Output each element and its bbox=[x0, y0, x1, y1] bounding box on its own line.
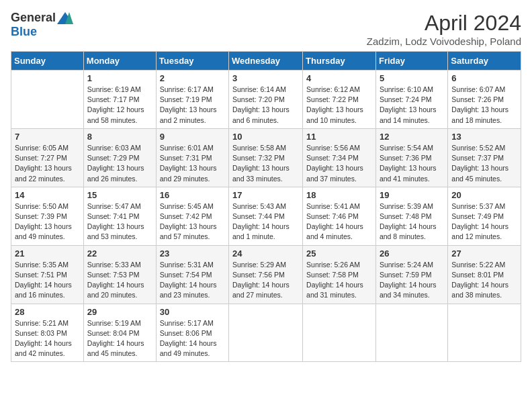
cell-content: Sunrise: 5:21 AM Sunset: 8:03 PM Dayligh… bbox=[15, 318, 80, 359]
cell-content: Sunrise: 6:01 AM Sunset: 7:31 PM Dayligh… bbox=[160, 143, 225, 184]
calendar-cell: 2Sunrise: 6:17 AM Sunset: 7:19 PM Daylig… bbox=[156, 71, 228, 129]
calendar-cell: 10Sunrise: 5:58 AM Sunset: 7:32 PM Dayli… bbox=[229, 128, 303, 187]
calendar-cell: 11Sunrise: 5:56 AM Sunset: 7:34 PM Dayli… bbox=[303, 128, 376, 187]
day-number: 4 bbox=[306, 73, 372, 83]
cell-content: Sunrise: 5:54 AM Sunset: 7:36 PM Dayligh… bbox=[380, 143, 444, 184]
day-number: 27 bbox=[451, 248, 517, 259]
day-number: 24 bbox=[232, 248, 299, 259]
day-number: 20 bbox=[451, 190, 517, 200]
cell-content: Sunrise: 5:37 AM Sunset: 7:49 PM Dayligh… bbox=[451, 201, 517, 242]
week-row-3: 14Sunrise: 5:50 AM Sunset: 7:39 PM Dayli… bbox=[11, 187, 521, 245]
cell-content: Sunrise: 5:43 AM Sunset: 7:44 PM Dayligh… bbox=[232, 201, 299, 242]
weekday-header-wednesday: Wednesday bbox=[229, 52, 303, 71]
day-number: 1 bbox=[87, 73, 152, 83]
week-row-2: 7Sunrise: 6:05 AM Sunset: 7:27 PM Daylig… bbox=[11, 128, 521, 187]
calendar-cell: 17Sunrise: 5:43 AM Sunset: 7:44 PM Dayli… bbox=[229, 187, 303, 245]
day-number: 6 bbox=[451, 73, 517, 83]
cell-content: Sunrise: 5:50 AM Sunset: 7:39 PM Dayligh… bbox=[15, 201, 80, 242]
cell-content: Sunrise: 6:12 AM Sunset: 7:22 PM Dayligh… bbox=[306, 85, 372, 126]
day-number: 28 bbox=[15, 307, 80, 317]
calendar-cell: 21Sunrise: 5:35 AM Sunset: 7:51 PM Dayli… bbox=[11, 245, 84, 304]
day-number: 8 bbox=[87, 132, 152, 142]
weekday-header-sunday: Sunday bbox=[11, 52, 84, 71]
calendar-cell: 24Sunrise: 5:29 AM Sunset: 7:56 PM Dayli… bbox=[229, 245, 303, 304]
calendar-cell: 6Sunrise: 6:07 AM Sunset: 7:26 PM Daylig… bbox=[448, 71, 521, 129]
calendar-cell: 14Sunrise: 5:50 AM Sunset: 7:39 PM Dayli… bbox=[11, 187, 84, 245]
calendar-cell: 13Sunrise: 5:52 AM Sunset: 7:37 PM Dayli… bbox=[448, 128, 521, 187]
calendar-cell: 15Sunrise: 5:47 AM Sunset: 7:41 PM Dayli… bbox=[83, 187, 156, 245]
weekday-header-row: SundayMondayTuesdayWednesdayThursdayFrid… bbox=[11, 52, 521, 71]
header: General Blue April 2024 Zadzim, Lodz Voi… bbox=[11, 11, 521, 47]
cell-content: Sunrise: 6:14 AM Sunset: 7:20 PM Dayligh… bbox=[232, 85, 299, 126]
logo-general: General bbox=[11, 11, 56, 25]
cell-content: Sunrise: 5:45 AM Sunset: 7:42 PM Dayligh… bbox=[160, 201, 225, 242]
calendar-cell bbox=[11, 71, 84, 129]
day-number: 5 bbox=[380, 73, 444, 83]
weekday-header-tuesday: Tuesday bbox=[156, 52, 228, 71]
calendar-cell: 3Sunrise: 6:14 AM Sunset: 7:20 PM Daylig… bbox=[229, 71, 303, 129]
calendar-cell: 25Sunrise: 5:26 AM Sunset: 7:58 PM Dayli… bbox=[303, 245, 376, 304]
day-number: 14 bbox=[15, 190, 80, 200]
day-number: 23 bbox=[160, 248, 225, 259]
calendar-body: 1Sunrise: 6:19 AM Sunset: 7:17 PM Daylig… bbox=[11, 71, 521, 362]
cell-content: Sunrise: 5:19 AM Sunset: 8:04 PM Dayligh… bbox=[87, 318, 152, 359]
day-number: 3 bbox=[232, 73, 299, 83]
weekday-header-friday: Friday bbox=[375, 52, 447, 71]
calendar-cell bbox=[448, 304, 521, 362]
title-area: April 2024 Zadzim, Lodz Voivodeship, Pol… bbox=[367, 11, 521, 47]
cell-content: Sunrise: 5:22 AM Sunset: 8:01 PM Dayligh… bbox=[451, 260, 517, 301]
calendar-cell: 5Sunrise: 6:10 AM Sunset: 7:24 PM Daylig… bbox=[375, 71, 447, 129]
calendar-cell: 9Sunrise: 6:01 AM Sunset: 7:31 PM Daylig… bbox=[156, 128, 228, 187]
cell-content: Sunrise: 5:56 AM Sunset: 7:34 PM Dayligh… bbox=[306, 143, 372, 184]
logo-blue: Blue bbox=[11, 25, 37, 39]
day-number: 16 bbox=[160, 190, 225, 200]
day-number: 13 bbox=[451, 132, 517, 142]
day-number: 7 bbox=[15, 132, 80, 142]
cell-content: Sunrise: 6:10 AM Sunset: 7:24 PM Dayligh… bbox=[380, 85, 444, 126]
day-number: 9 bbox=[160, 132, 225, 142]
day-number: 2 bbox=[160, 73, 225, 83]
calendar-cell: 22Sunrise: 5:33 AM Sunset: 7:53 PM Dayli… bbox=[83, 245, 156, 304]
weekday-header-saturday: Saturday bbox=[448, 52, 521, 71]
calendar-cell: 8Sunrise: 6:03 AM Sunset: 7:29 PM Daylig… bbox=[83, 128, 156, 187]
cell-content: Sunrise: 5:58 AM Sunset: 7:32 PM Dayligh… bbox=[232, 143, 299, 184]
cell-content: Sunrise: 5:31 AM Sunset: 7:54 PM Dayligh… bbox=[160, 260, 225, 301]
calendar-table: SundayMondayTuesdayWednesdayThursdayFrid… bbox=[11, 51, 521, 362]
cell-content: Sunrise: 6:07 AM Sunset: 7:26 PM Dayligh… bbox=[451, 85, 517, 126]
day-number: 26 bbox=[380, 248, 444, 259]
calendar-cell: 29Sunrise: 5:19 AM Sunset: 8:04 PM Dayli… bbox=[83, 304, 156, 362]
calendar-cell: 27Sunrise: 5:22 AM Sunset: 8:01 PM Dayli… bbox=[448, 245, 521, 304]
calendar-cell bbox=[229, 304, 303, 362]
cell-content: Sunrise: 5:52 AM Sunset: 7:37 PM Dayligh… bbox=[451, 143, 517, 184]
calendar-cell: 7Sunrise: 6:05 AM Sunset: 7:27 PM Daylig… bbox=[11, 128, 84, 187]
logo: General Blue bbox=[11, 11, 73, 39]
calendar-cell: 20Sunrise: 5:37 AM Sunset: 7:49 PM Dayli… bbox=[448, 187, 521, 245]
calendar-cell: 4Sunrise: 6:12 AM Sunset: 7:22 PM Daylig… bbox=[303, 71, 376, 129]
day-number: 18 bbox=[306, 190, 372, 200]
day-number: 22 bbox=[87, 248, 152, 259]
cell-content: Sunrise: 5:29 AM Sunset: 7:56 PM Dayligh… bbox=[232, 260, 299, 301]
weekday-header-monday: Monday bbox=[83, 52, 156, 71]
calendar-cell: 12Sunrise: 5:54 AM Sunset: 7:36 PM Dayli… bbox=[375, 128, 447, 187]
day-number: 21 bbox=[15, 248, 80, 259]
cell-content: Sunrise: 5:35 AM Sunset: 7:51 PM Dayligh… bbox=[15, 260, 80, 301]
week-row-1: 1Sunrise: 6:19 AM Sunset: 7:17 PM Daylig… bbox=[11, 71, 521, 129]
day-number: 19 bbox=[380, 190, 444, 200]
calendar-cell: 18Sunrise: 5:41 AM Sunset: 7:46 PM Dayli… bbox=[303, 187, 376, 245]
cell-content: Sunrise: 5:24 AM Sunset: 7:59 PM Dayligh… bbox=[380, 260, 444, 301]
calendar-cell: 30Sunrise: 5:17 AM Sunset: 8:06 PM Dayli… bbox=[156, 304, 228, 362]
cell-content: Sunrise: 5:47 AM Sunset: 7:41 PM Dayligh… bbox=[87, 201, 152, 242]
cell-content: Sunrise: 6:19 AM Sunset: 7:17 PM Dayligh… bbox=[87, 85, 152, 126]
calendar-cell: 23Sunrise: 5:31 AM Sunset: 7:54 PM Dayli… bbox=[156, 245, 228, 304]
cell-content: Sunrise: 5:26 AM Sunset: 7:58 PM Dayligh… bbox=[306, 260, 372, 301]
day-number: 30 bbox=[160, 307, 225, 317]
logo-icon bbox=[57, 12, 73, 24]
day-number: 17 bbox=[232, 190, 299, 200]
month-title: April 2024 bbox=[367, 11, 521, 36]
calendar-cell bbox=[375, 304, 447, 362]
calendar-cell: 26Sunrise: 5:24 AM Sunset: 7:59 PM Dayli… bbox=[375, 245, 447, 304]
cell-content: Sunrise: 6:05 AM Sunset: 7:27 PM Dayligh… bbox=[15, 143, 80, 184]
cell-content: Sunrise: 6:03 AM Sunset: 7:29 PM Dayligh… bbox=[87, 143, 152, 184]
day-number: 29 bbox=[87, 307, 152, 317]
cell-content: Sunrise: 5:33 AM Sunset: 7:53 PM Dayligh… bbox=[87, 260, 152, 301]
